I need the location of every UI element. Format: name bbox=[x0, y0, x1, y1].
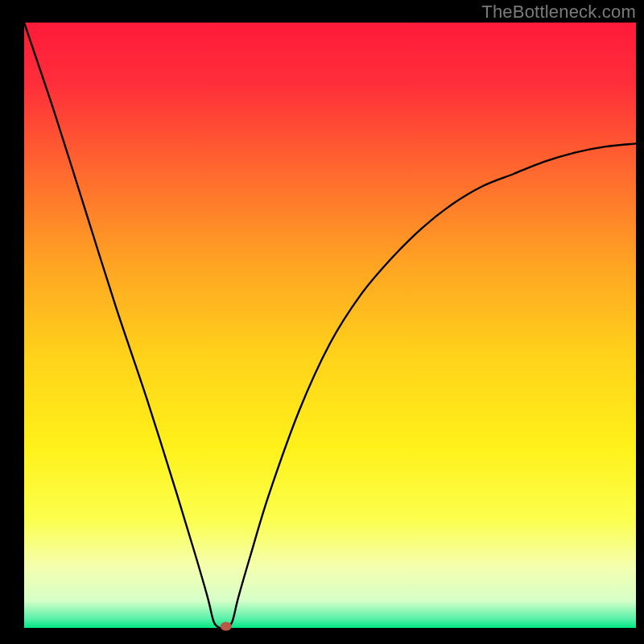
bottleneck-chart bbox=[0, 0, 644, 644]
watermark-label: TheBottleneck.com bbox=[481, 2, 636, 23]
optimum-marker bbox=[221, 622, 232, 631]
chart-frame: TheBottleneck.com bbox=[0, 0, 644, 644]
plot-background bbox=[24, 23, 636, 628]
